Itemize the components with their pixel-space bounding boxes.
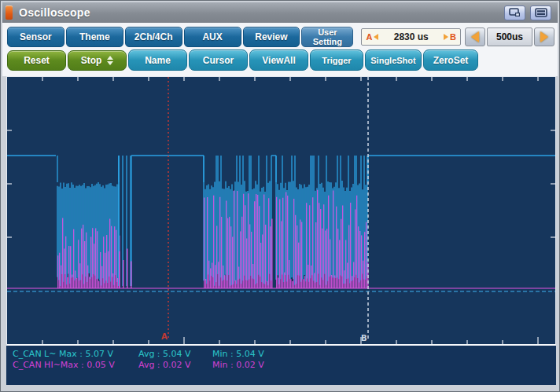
channel2-measurements: C_CAN HI~Max : 0.05 V Avg : 0.02 V Min :… <box>6 360 556 370</box>
svg-text:A: A <box>161 332 168 341</box>
float-window-button[interactable] <box>504 5 525 20</box>
theme-button[interactable]: Theme <box>66 27 123 47</box>
toolbar-row-1: Sensor Theme 2Ch/4Ch AUX Review User Set… <box>7 27 554 47</box>
cursor-a-tag: A <box>366 32 372 42</box>
ch1-max-readout: C_CAN L~ Max : 5.07 V <box>13 349 113 359</box>
reset-button[interactable]: Reset <box>7 50 66 71</box>
timebase-increase-button[interactable] <box>534 27 554 46</box>
sensor-button[interactable]: Sensor <box>7 27 64 47</box>
trigger-button[interactable]: Trigger <box>310 49 363 71</box>
ch1-avg-readout: Avg : 5.04 V <box>138 349 191 359</box>
stop-label: Stop <box>81 55 102 66</box>
stop-button[interactable]: Stop <box>68 50 127 71</box>
left-arrow-icon <box>471 31 479 42</box>
app-icon <box>6 5 13 20</box>
titlebar[interactable]: Oscilloscope <box>2 2 558 23</box>
channel1-measurements: C_CAN L~ Max : 5.07 V Avg : 5.04 V Min :… <box>6 349 556 359</box>
window-title: Oscilloscope <box>19 6 90 19</box>
oscilloscope-window: Oscilloscope Sensor Theme 2Ch/ <box>0 0 560 392</box>
cursor-b-tag: B <box>450 32 456 42</box>
review-button[interactable]: Review <box>243 27 300 47</box>
name-button[interactable]: Name <box>128 49 187 71</box>
minimize-button[interactable] <box>530 5 551 20</box>
2ch-4ch-button[interactable]: 2Ch/4Ch <box>125 27 182 47</box>
ch2-avg-readout: Avg : 0.02 V <box>138 360 191 370</box>
zeroset-button[interactable]: ZeroSet <box>423 49 478 71</box>
svg-text:B: B <box>361 334 367 343</box>
float-window-icon <box>509 8 521 17</box>
ch2-min-readout: Min : 0.02 V <box>212 360 264 370</box>
cursor-a-arrow-icon <box>374 34 378 40</box>
user-setting-button[interactable]: User Setting <box>301 27 353 47</box>
ab-delta-value: 2830 us <box>380 31 442 42</box>
timebase-decrease-button[interactable] <box>465 27 485 46</box>
toolbar: Sensor Theme 2Ch/4Ch AUX Review User Set… <box>2 23 558 76</box>
ab-cursor-readout[interactable]: A 2830 us B <box>361 28 461 46</box>
timebase-value: 500us <box>487 27 532 46</box>
stop-spinner-icon[interactable] <box>107 56 113 65</box>
window-controls <box>504 5 551 20</box>
toolbar-row-2: Reset Stop Name Cursor ViewAll Trigger S… <box>7 49 554 71</box>
scope-canvas[interactable]: AB <box>7 77 555 344</box>
cursor-b-arrow-icon <box>444 34 448 40</box>
timebase-control: 500us <box>465 27 554 46</box>
aux-button[interactable]: AUX <box>184 27 241 47</box>
minimize-icon <box>535 8 547 17</box>
waveform-display[interactable]: AB <box>6 76 556 346</box>
right-arrow-icon <box>540 31 548 42</box>
singleshot-button[interactable]: SingleShot <box>365 49 422 71</box>
measurement-panel: C_CAN L~ Max : 5.07 V Avg : 5.04 V Min :… <box>6 346 556 385</box>
ch1-min-readout: Min : 5.04 V <box>212 349 264 359</box>
viewall-button[interactable]: ViewAll <box>249 49 308 71</box>
cursor-button[interactable]: Cursor <box>189 49 248 71</box>
ch2-max-readout: C_CAN HI~Max : 0.05 V <box>13 360 115 370</box>
